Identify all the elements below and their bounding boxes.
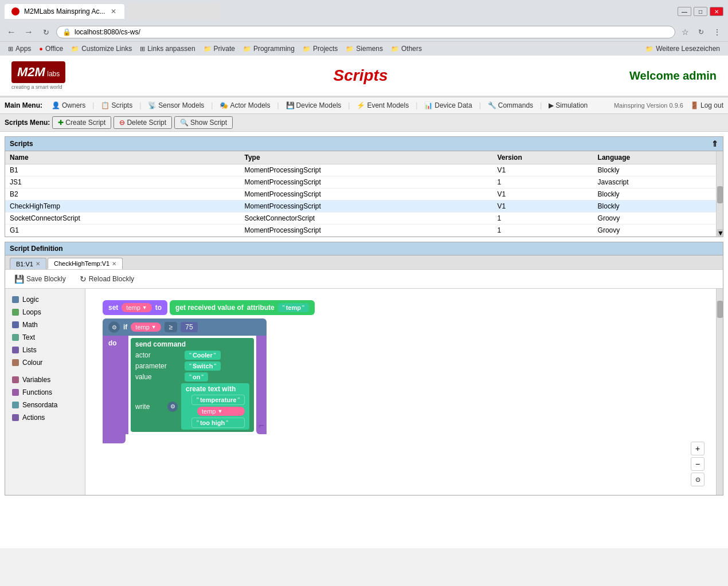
bookmark-links[interactable]: ⊞ Links anpassen [136,44,198,54]
bookmark-office[interactable]: ● Office [36,44,66,54]
bookmark-siemens[interactable]: 📁 Siemens [342,44,386,54]
table-row[interactable]: SocketConnectorScript SocketConnectorScr… [5,213,716,225]
browser-tab[interactable]: M2MLabs Mainspring Ac... ✕ [5,4,124,19]
forward-button[interactable]: → [22,25,36,39]
set-block[interactable]: set temp ▼ to get received value of attr… [103,300,699,315]
send-command-block[interactable]: send command actor " Cooler " [131,338,254,432]
row-version: 1 [492,225,593,237]
sidebar-item-loops[interactable]: Loops [5,306,85,318]
create-script-button[interactable]: ✚ Create Script [52,116,111,129]
tab-checkhightemp[interactable]: CheckHighTemp:V1 ✕ [48,258,123,269]
delete-script-button[interactable]: ⊖ Delete Script [113,116,172,129]
sidebar-item-math[interactable]: Math [5,318,85,331]
temp-var-block[interactable]: temp ▼ [122,303,151,312]
sidebar-item-actions[interactable]: Actions [5,411,85,424]
bookmark-projects[interactable]: 📁 Projects [299,44,341,54]
workspace-scrollbar-thumb[interactable] [717,301,723,318]
bookmark-weitere[interactable]: 📁 Weitere Lesezeichen [642,44,723,54]
sidebar-item-logic[interactable]: Logic [5,293,85,306]
logo-labs: labs [47,70,60,78]
sidebar-item-sensordata[interactable]: Sensordata [5,399,85,411]
create-text-block[interactable]: create text with " temperature " [181,383,249,430]
blockly-canvas[interactable]: set temp ▼ to get received value of attr… [85,289,716,495]
tab-b1v1-close[interactable]: ✕ [36,261,40,267]
title-bar: M2MLabs Mainspring Ac... ✕ — □ ✕ [0,0,728,23]
bookmark-others-label: Others [401,45,422,53]
apps-icon: ⊞ [8,45,13,53]
table-scrollbar[interactable]: ▼ [716,151,723,237]
back-button[interactable]: ← [5,25,18,39]
bookmark-programming[interactable]: 📁 Programming [240,44,298,54]
save-blockly-button[interactable]: 💾 Save Blockly [10,273,71,285]
bookmark-private[interactable]: 📁 Private [200,44,238,54]
table-row[interactable]: G1 MomentProcessingScript 1 Groovy [5,225,716,237]
bookmark-customize[interactable]: 📁 Customize Links [68,44,135,54]
table-row[interactable]: CheckHighTemp MomentProcessingScript V1 … [5,200,716,213]
delete-icon: ⊖ [119,119,125,127]
tab-checkhightemp-label: CheckHighTemp:V1 [54,260,109,267]
nav-sensor-models[interactable]: 📡 Sensor Models [143,100,209,111]
scrollbar-thumb[interactable] [717,186,723,203]
sidebar-item-functions[interactable]: Functions [5,386,85,399]
maximize-button[interactable]: □ [694,7,707,16]
row-language: Javascript [593,176,717,188]
gear-icon[interactable]: ⚙ [108,321,120,333]
collapse-button[interactable]: ⇑ [711,139,718,148]
tab-checkhightemp-close[interactable]: ✕ [112,261,116,267]
if-block[interactable]: ⚙ if temp ▼ ≥ [103,318,267,443]
scrollbar-arrow-down[interactable]: ▼ [717,229,723,236]
bookmark-star[interactable]: ☆ [679,26,691,38]
sidebar-item-colour[interactable]: Colour [5,356,85,369]
reload-blockly-button[interactable]: ↻ Reload Blockly [75,273,139,285]
secure-icon: 🔒 [62,28,71,36]
write-gear-icon: ⚙ [167,402,178,412]
folder-icon-4: 📁 [303,45,311,53]
bookmark-apps[interactable]: ⊞ Apps [5,44,34,54]
nav-device-models[interactable]: 💾 Device Models [281,100,346,111]
actor-open-quote: " [189,352,191,359]
if-temp-var[interactable]: temp ▼ [131,323,161,332]
nav-simulation[interactable]: ▶ Simulation [544,100,592,111]
url-input[interactable] [75,28,669,36]
browser-nav: ← → ↻ 🔒 ☆ ↻ ⋮ [0,23,728,41]
col-type: Type [240,151,492,164]
refresh-icon[interactable]: ↻ [695,26,707,38]
browser-chrome: M2MLabs Mainspring Ac... ✕ — □ ✕ ← → ↻ 🔒… [0,0,728,56]
tab-b1v1[interactable]: B1:V1 ✕ [10,258,46,269]
show-script-button[interactable]: 🔍 Show Script [174,116,233,129]
table-area: Name Type Version Language B1 MomentProc… [5,151,723,237]
tab-close-button[interactable]: ✕ [109,7,118,15]
nav-scripts[interactable]: 📋 Scripts [96,100,137,111]
zoom-out-button[interactable]: − [691,457,704,471]
minimize-button[interactable]: — [678,7,691,16]
table-row[interactable]: JS1 MomentProcessingScript 1 Javascript [5,176,716,188]
table-row[interactable]: B1 MomentProcessingScript V1 Blockly [5,164,716,176]
nav-device-data[interactable]: 📊 Device Data [420,100,476,111]
sidebar-item-lists[interactable]: Lists [5,344,85,356]
close-button[interactable]: ✕ [710,7,723,16]
address-bar[interactable]: 🔒 [56,26,675,38]
compare-block[interactable]: ≥ [165,322,178,332]
logout-button[interactable]: 🚪 Log out [690,101,723,109]
workspace-scrollbar[interactable] [716,289,723,495]
nav-event-models[interactable]: ⚡ Event Models [352,100,413,111]
nav-actor-models[interactable]: 🎭 Actor Models [215,100,275,111]
zoom-in-button[interactable]: + [691,442,704,455]
sidebar-item-text[interactable]: Text [5,331,85,344]
bookmark-others[interactable]: 📁 Others [388,44,425,54]
too-high-open-quote: " [197,419,199,426]
app-title-section: Scripts [92,66,629,85]
bookmark-siemens-label: Siemens [356,45,383,53]
table-row[interactable]: B2 MomentProcessingScript V1 Blockly [5,188,716,200]
nav-commands[interactable]: 🔧 Commands [483,100,538,111]
tab-b1v1-label: B1:V1 [16,261,33,268]
nav-owners[interactable]: 👤 Owners [47,100,90,111]
write-temp-var[interactable]: temp ▼ [197,407,245,416]
script-tabs: B1:V1 ✕ CheckHighTemp:V1 ✕ [5,255,723,270]
menu-icon[interactable]: ⋮ [711,26,723,38]
sidebar-item-variables[interactable]: Variables [5,373,85,386]
num-block[interactable]: 75 [181,322,197,332]
row-version: V1 [492,188,593,200]
reload-button[interactable]: ↻ [39,25,53,39]
zoom-reset-button[interactable]: ⊙ [691,473,704,486]
